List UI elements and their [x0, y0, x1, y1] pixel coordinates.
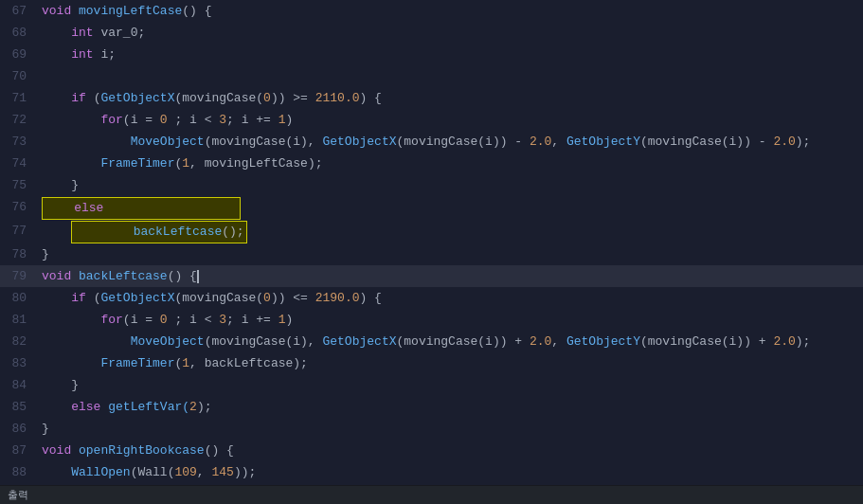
- token: () {: [205, 443, 234, 458]
- token: [42, 91, 71, 105]
- token: openRightBookcase: [79, 443, 205, 458]
- table-row: 67void movingLeftCase() {: [0, 0, 863, 22]
- token: }: [42, 247, 49, 261]
- token: 2190.0: [315, 291, 360, 305]
- line-number: 79: [0, 265, 38, 287]
- table-row: 88 WallOpen(Wall(109, 145));: [0, 461, 863, 483]
- line-number: 78: [0, 243, 38, 265]
- table-row: 72 for(i = 0 ; i < 3; i += 1): [0, 109, 863, 131]
- token: (movingCase(i)) +: [396, 334, 529, 349]
- line-number: 73: [0, 131, 38, 153]
- code-line: FrameTimer(1, movingLeftCase);: [38, 153, 863, 174]
- token: [42, 135, 131, 149]
- table-row: 76 else: [0, 196, 863, 220]
- token: 0: [263, 291, 271, 305]
- token: (movingCase(i)) +: [640, 334, 773, 349]
- token: 145: [211, 465, 233, 479]
- table-row: 89 WallOpen(Wall(110, 146));: [0, 483, 863, 485]
- code-line: MoveObject(movingCase(i), GetObjectX(mov…: [38, 331, 863, 352]
- token: [42, 26, 71, 40]
- token: void: [42, 269, 79, 283]
- line-number: 72: [0, 109, 38, 131]
- code-line: }: [38, 243, 863, 265]
- line-number: 76: [0, 196, 38, 220]
- token: [42, 465, 71, 479]
- line-number: 87: [0, 440, 38, 461]
- token: ,: [551, 334, 566, 349]
- token: ; i <: [168, 113, 220, 127]
- status-bar: 출력: [0, 485, 863, 504]
- token: 2110.0: [315, 91, 360, 105]
- code-table: 67void movingLeftCase() {68 int var_0;69…: [0, 0, 863, 485]
- table-row: 74 FrameTimer(1, movingLeftCase);: [0, 153, 863, 174]
- table-row: 82 MoveObject(movingCase(i), GetObjectX(…: [0, 331, 863, 352]
- line-number: 75: [0, 174, 38, 196]
- code-line: WallOpen(Wall(110, 146));: [38, 483, 863, 485]
- token: movingLeftCase: [79, 4, 182, 18]
- token: GetObjectX: [100, 291, 174, 305]
- token: (movingCase(: [174, 91, 263, 105]
- token: for: [100, 313, 122, 327]
- line-number: 82: [0, 331, 38, 352]
- line-number: 77: [0, 220, 38, 243]
- token: (i =: [123, 113, 160, 127]
- code-editor[interactable]: 67void movingLeftCase() {68 int var_0;69…: [0, 0, 863, 485]
- code-line: void movingLeftCase() {: [38, 0, 863, 22]
- code-line: FrameTimer(1, backLeftcase);: [38, 352, 863, 374]
- token: ) {: [360, 91, 382, 105]
- token: [42, 334, 131, 349]
- token: var_0;: [94, 26, 146, 40]
- table-row: 86}: [0, 418, 863, 440]
- line-number: 74: [0, 153, 38, 174]
- token: 1: [279, 113, 286, 127]
- line-number: 86: [0, 418, 38, 440]
- token: int: [71, 47, 93, 62]
- token: );: [796, 334, 811, 349]
- table-row: 83 FrameTimer(1, backLeftcase);: [0, 352, 863, 374]
- token: ): [286, 313, 294, 327]
- line-number: 67: [0, 0, 38, 22]
- token: ) {: [360, 291, 382, 305]
- token: 109: [174, 465, 196, 479]
- token: (: [86, 291, 101, 305]
- line-number: 88: [0, 461, 38, 483]
- token: )) >=: [271, 91, 315, 105]
- token: ; i +=: [226, 113, 279, 127]
- token: 3: [219, 313, 226, 327]
- token: MoveObject: [131, 334, 205, 349]
- code-line: MoveObject(movingCase(i), GetObjectX(mov…: [38, 131, 863, 153]
- token: () {: [168, 269, 197, 283]
- line-number: 69: [0, 44, 38, 65]
- table-row: 68 int var_0;: [0, 22, 863, 44]
- token: 0: [160, 113, 168, 127]
- token: () {: [182, 4, 211, 18]
- table-row: 79void backLeftcase() {: [0, 265, 863, 287]
- token: 3: [219, 113, 226, 127]
- token: WallOpen: [71, 465, 130, 479]
- code-line: backLeftcase();: [38, 220, 863, 243]
- code-line: [38, 65, 863, 87]
- code-line: int i;: [38, 44, 863, 65]
- token: [42, 400, 71, 414]
- token: (movingCase(i),: [205, 334, 323, 349]
- token: GetObjectX: [322, 135, 396, 149]
- code-line: void backLeftcase() {: [38, 265, 863, 287]
- line-number: 85: [0, 396, 38, 418]
- token: ,: [551, 135, 566, 149]
- table-row: 85 else getLeftVar(2);: [0, 396, 863, 418]
- token: 0: [263, 91, 271, 105]
- token: 2: [189, 400, 197, 414]
- token: ));: [234, 465, 256, 479]
- token: int: [71, 26, 93, 40]
- table-row: 75 }: [0, 174, 863, 196]
- token: if: [71, 291, 86, 305]
- table-row: 84 }: [0, 374, 863, 396]
- token: void: [42, 443, 79, 458]
- token: (i =: [123, 313, 160, 327]
- token: FrameTimer: [100, 356, 174, 370]
- token: );: [197, 400, 212, 414]
- token: }: [42, 378, 79, 392]
- token: ): [286, 113, 294, 127]
- table-row: 71 if (GetObjectX(movingCase(0)) >= 2110…: [0, 87, 863, 109]
- table-row: 80 if (GetObjectX(movingCase(0)) <= 2190…: [0, 287, 863, 309]
